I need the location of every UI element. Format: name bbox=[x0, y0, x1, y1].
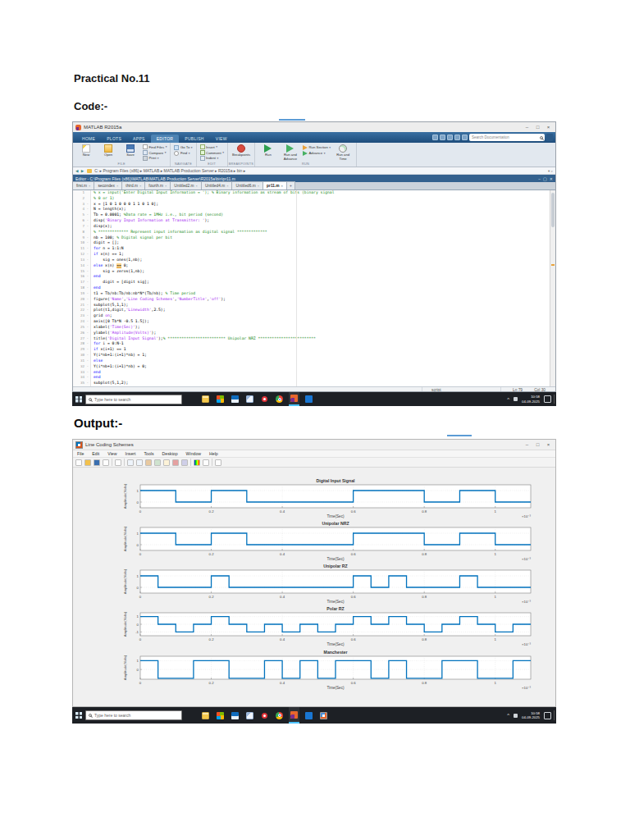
quick-icon-2[interactable] bbox=[440, 135, 445, 140]
zoom-in-icon[interactable] bbox=[127, 459, 134, 466]
pan-hand-icon[interactable] bbox=[145, 459, 152, 466]
editor-tab-pr11-m[interactable]: pr11.m× bbox=[262, 181, 287, 189]
taskbar-app-matlab[interactable] bbox=[289, 707, 299, 724]
taskbar-app-blue-app[interactable] bbox=[304, 392, 314, 406]
taskbar-search-input[interactable]: Type here to search bbox=[85, 395, 182, 404]
toolstrip-button-open[interactable]: Open bbox=[98, 144, 118, 161]
new-tab-button[interactable]: + bbox=[286, 181, 295, 189]
profile-icon[interactable] bbox=[546, 134, 553, 141]
close-icon[interactable]: × bbox=[165, 184, 167, 188]
close-icon[interactable]: × bbox=[196, 184, 198, 188]
toolstrip-button-indent[interactable]: Indent▾ bbox=[200, 155, 224, 161]
tray-expand-icon[interactable]: ^ bbox=[507, 397, 509, 402]
open-file-icon[interactable] bbox=[84, 459, 91, 466]
menu-help[interactable]: Help bbox=[205, 451, 222, 456]
ribbon-tab-publish[interactable]: PUBLISH bbox=[179, 135, 210, 143]
editor-tab-untitled4-m[interactable]: Untitled4.m× bbox=[201, 181, 233, 189]
taskbar-app-chrome[interactable] bbox=[274, 392, 285, 406]
menu-window[interactable]: Window bbox=[182, 451, 205, 456]
toolstrip-button-go-to[interactable]: Go To▾ bbox=[174, 144, 192, 150]
new-figure-icon[interactable] bbox=[75, 459, 82, 466]
taskbar-app-store[interactable] bbox=[230, 707, 240, 724]
editor-scrollbar[interactable] bbox=[550, 190, 555, 386]
close-icon[interactable]: × bbox=[281, 184, 283, 188]
insert-colorbar-icon[interactable] bbox=[194, 459, 200, 466]
toolstrip-button-find[interactable]: Find▾ bbox=[174, 150, 192, 156]
close-icon[interactable]: × bbox=[139, 184, 141, 188]
show-desktop-button[interactable] bbox=[554, 395, 556, 403]
close-icon[interactable]: × bbox=[89, 184, 90, 188]
toolstrip-button-compare[interactable]: Compare▾ bbox=[143, 150, 167, 156]
breadcrumb[interactable]: C: ▸ Program Files (x86) ▸ MATLAB ▸ MATL… bbox=[94, 168, 548, 173]
taskbar-app-app-grid[interactable] bbox=[215, 707, 226, 724]
print-figure-icon[interactable] bbox=[103, 459, 109, 466]
pen-icon[interactable] bbox=[514, 714, 518, 718]
taskbar-app-store[interactable] bbox=[230, 392, 240, 406]
quick-icon-5[interactable] bbox=[462, 135, 468, 140]
matlab-close-icon[interactable]: × bbox=[543, 123, 554, 132]
toolstrip-button-print[interactable]: Print▾ bbox=[143, 155, 167, 161]
editor-tab-first-m[interactable]: first.m× bbox=[72, 181, 94, 189]
quick-icon-3[interactable] bbox=[447, 135, 453, 140]
menu-tools[interactable]: Tools bbox=[139, 451, 158, 456]
taskbar-app-mail[interactable] bbox=[244, 392, 255, 406]
close-icon[interactable]: × bbox=[258, 184, 259, 188]
data-cursor-icon[interactable] bbox=[163, 459, 170, 466]
taskbar-app-matlab-figure[interactable] bbox=[318, 707, 329, 724]
back-forward-icons[interactable]: ◀ ▶ bbox=[75, 169, 84, 173]
quick-icon-1[interactable] bbox=[432, 135, 438, 140]
code-editor[interactable]: 1 2 3 -4 -5 -6 -7 -8 9 -10 -11 -12 -13 -… bbox=[73, 190, 555, 386]
taskbar-app-mail[interactable] bbox=[244, 707, 255, 724]
editor-tab-untitled2-m[interactable]: Untitled2.m× bbox=[170, 181, 202, 189]
ribbon-tab-home[interactable]: HOME bbox=[76, 135, 101, 143]
toolstrip-button-insert[interactable]: Insert▾ bbox=[200, 144, 224, 150]
editor-maximize-icon[interactable]: ▢ bbox=[543, 176, 547, 182]
taskbar-app-opera[interactable] bbox=[259, 707, 270, 724]
notifications-icon[interactable] bbox=[544, 712, 551, 719]
link-plot-icon[interactable] bbox=[181, 459, 188, 466]
menu-file[interactable]: File bbox=[73, 451, 88, 456]
toolstrip-button-run-section[interactable]: Run Section▾ bbox=[303, 144, 331, 150]
ribbon-tab-editor[interactable]: EDITOR bbox=[151, 135, 180, 143]
taskbar-app-file-explorer[interactable] bbox=[200, 707, 211, 724]
toolstrip-button-save[interactable]: Save bbox=[121, 144, 140, 161]
start-button[interactable] bbox=[72, 392, 85, 406]
taskbar-app-blue-app[interactable] bbox=[304, 707, 314, 724]
toolstrip-button-breakpoints[interactable]: Breakpoints bbox=[231, 144, 251, 161]
menu-insert[interactable]: Insert bbox=[121, 451, 139, 456]
ribbon-tab-apps[interactable]: APPS bbox=[127, 135, 151, 143]
notifications-icon[interactable] bbox=[544, 395, 551, 403]
editor-close-icon[interactable]: ✕ bbox=[550, 176, 553, 182]
search-documentation-input[interactable]: Search Documentation bbox=[469, 134, 545, 141]
taskbar-app-matlab[interactable] bbox=[289, 392, 299, 406]
editor-tab-third-m[interactable]: third.m× bbox=[121, 181, 145, 189]
matlab-minimize-icon[interactable]: – bbox=[522, 123, 532, 132]
figure-minimize-icon[interactable]: – bbox=[522, 441, 532, 450]
pen-icon[interactable] bbox=[514, 397, 518, 401]
menu-view[interactable]: View bbox=[103, 451, 121, 456]
menu-edit[interactable]: Edit bbox=[88, 451, 103, 456]
save-figure-icon[interactable] bbox=[94, 459, 100, 466]
toolstrip-button-run[interactable]: Run bbox=[258, 144, 278, 161]
start-button[interactable] bbox=[72, 707, 85, 724]
toolstrip-button-comment[interactable]: Comment▾ bbox=[200, 150, 224, 156]
taskbar-clock[interactable]: 10:5804-09-2025 bbox=[522, 711, 540, 719]
taskbar-app-file-explorer[interactable] bbox=[200, 392, 211, 406]
zoom-out-icon[interactable] bbox=[136, 459, 143, 466]
figure-maximize-icon[interactable]: □ bbox=[532, 441, 543, 450]
taskbar-app-opera[interactable] bbox=[259, 392, 270, 406]
toolstrip-button-new[interactable]: New bbox=[76, 144, 96, 161]
matlab-maximize-icon[interactable]: □ bbox=[532, 123, 543, 132]
toolstrip-button-find-files[interactable]: Find Files▾ bbox=[143, 144, 167, 150]
taskbar-app-app-grid[interactable] bbox=[215, 392, 226, 406]
pathbar-dropdown-icon[interactable]: ▾ ⌕ bbox=[548, 169, 553, 173]
editor-tab-untitled6-m[interactable]: Untitled6.m× bbox=[231, 181, 263, 189]
quick-icon-4[interactable] bbox=[454, 135, 460, 140]
rotate-3d-icon[interactable] bbox=[154, 459, 161, 466]
insert-legend-icon[interactable] bbox=[203, 459, 209, 466]
menu-desktop[interactable]: Desktop bbox=[158, 451, 182, 456]
taskbar-clock[interactable]: 10:5804-09-2025 bbox=[522, 395, 540, 403]
show-desktop-button[interactable] bbox=[554, 710, 556, 720]
brush-data-icon[interactable] bbox=[172, 459, 179, 466]
editor-collapse-icon[interactable]: − bbox=[538, 176, 541, 182]
